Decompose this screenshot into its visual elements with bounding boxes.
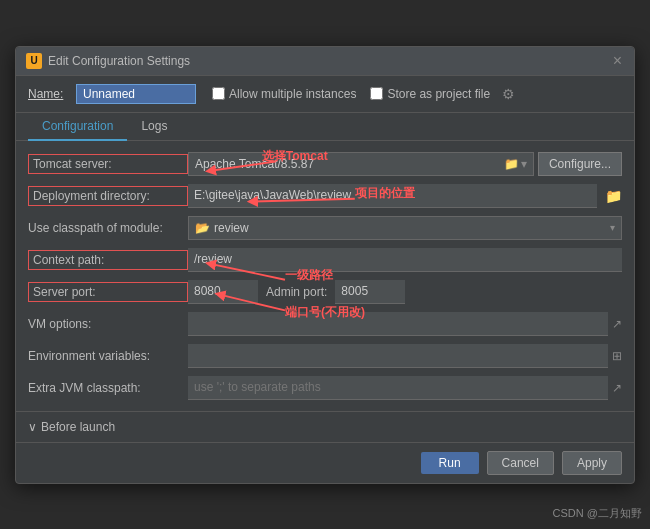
env-vars-label: Environment variables: [28,349,188,363]
admin-port-input[interactable] [335,280,405,304]
server-port-row: Server port: Admin port: [28,279,622,305]
deployment-dir-row: Deployment directory: 📁 [28,183,622,209]
tab-configuration[interactable]: Configuration [28,113,127,141]
run-button[interactable]: Run [421,452,479,474]
admin-port-label: Admin port: [266,285,327,299]
allow-multiple-label: Allow multiple instances [229,87,356,101]
watermark: CSDN @二月知野 [553,506,642,521]
context-path-row: Context path: [28,247,622,273]
module-name: review [214,221,249,235]
vm-options-value: ↗ [188,312,622,336]
name-label: Name: [28,87,68,101]
context-path-input[interactable] [188,248,622,272]
footer: Run Cancel Apply [16,442,634,483]
app-icon: U [26,53,42,69]
checkbox-group: Allow multiple instances Store as projec… [212,87,490,101]
configure-button[interactable]: Configure... [538,152,622,176]
port-group: Admin port: [188,280,622,304]
store-project-label: Store as project file [387,87,490,101]
tomcat-server-label: Tomcat server: [28,154,188,174]
before-launch-label: Before launch [41,420,115,434]
extra-jvm-input[interactable] [188,376,608,400]
vm-options-label: VM options: [28,317,188,331]
name-input[interactable] [76,84,196,104]
extra-jvm-value: ↗ [188,376,622,400]
apply-button[interactable]: Apply [562,451,622,475]
title-bar-left: U Edit Configuration Settings [26,53,190,69]
before-launch-section: ∨ Before launch [16,411,634,442]
env-vars-input[interactable] [188,344,608,368]
server-port-input[interactable] [188,280,258,304]
module-folder-icon: 📂 [195,221,210,235]
server-port-label: Server port: [28,282,188,302]
context-path-label: Context path: [28,250,188,270]
deployment-dir-value: 📁 [188,184,622,208]
extra-jvm-label: Extra JVM classpath: [28,381,188,395]
folder-open-icon: 📁 [504,157,519,171]
deployment-dir-label: Deployment directory: [28,186,188,206]
before-launch-header[interactable]: ∨ Before launch [28,420,622,434]
name-row: Name: Allow multiple instances Store as … [16,76,634,113]
server-port-value: Admin port: [188,280,622,304]
allow-multiple-item: Allow multiple instances [212,87,356,101]
tabs: Configuration Logs [16,113,634,141]
deployment-folder-icon[interactable]: 📁 [605,188,622,204]
env-expand-icon[interactable]: ⊞ [612,349,622,363]
dialog: U Edit Configuration Settings × Name: Al… [15,46,635,484]
module-dropdown-arrow: ▾ [610,222,615,233]
tab-logs[interactable]: Logs [127,113,181,141]
env-vars-value: ⊞ [188,344,622,368]
store-project-checkbox[interactable] [370,87,383,100]
classpath-value: 📂 review ▾ [188,216,622,240]
dropdown-icon: ▾ [521,157,527,171]
module-select[interactable]: 📂 review ▾ [188,216,622,240]
deployment-dir-input[interactable] [188,184,597,208]
classpath-row: Use classpath of module: 📂 review ▾ [28,215,622,241]
extra-jvm-row: Extra JVM classpath: ↗ [28,375,622,401]
close-button[interactable]: × [611,53,624,69]
before-launch-chevron: ∨ [28,420,37,434]
tomcat-server-value: Apache Tomcat/8.5.87 📁 ▾ Configure... [188,152,622,176]
tomcat-server-row: Tomcat server: Apache Tomcat/8.5.87 📁 ▾ … [28,151,622,177]
allow-multiple-checkbox[interactable] [212,87,225,100]
tomcat-select-text: Apache Tomcat/8.5.87 [195,157,500,171]
cancel-button[interactable]: Cancel [487,451,554,475]
dialog-title: Edit Configuration Settings [48,54,190,68]
env-vars-row: Environment variables: ⊞ [28,343,622,369]
context-path-value [188,248,622,272]
content-area: 选择Tomcat 项目的位置 一级路径 端口号(不用改) Tomcat serv… [16,141,634,411]
vm-options-row: VM options: ↗ [28,311,622,337]
vm-options-input[interactable] [188,312,608,336]
jvm-expand-icon[interactable]: ↗ [612,381,622,395]
annotation-overlay: 选择Tomcat 项目的位置 一级路径 端口号(不用改) [16,141,634,411]
gear-icon[interactable]: ⚙ [502,86,515,102]
store-project-item: Store as project file [370,87,490,101]
vm-expand-icon[interactable]: ↗ [612,317,622,331]
select-icons: 📁 ▾ [504,157,527,171]
title-bar: U Edit Configuration Settings × [16,47,634,76]
classpath-label: Use classpath of module: [28,221,188,235]
tomcat-server-select[interactable]: Apache Tomcat/8.5.87 📁 ▾ [188,152,534,176]
